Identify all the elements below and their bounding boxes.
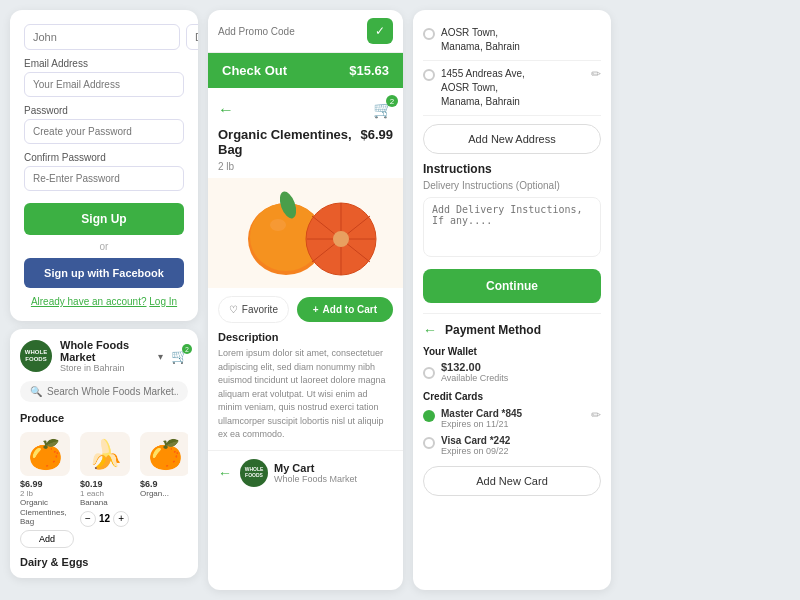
card-expire-1: Expires on 11/21 xyxy=(441,419,585,429)
product-name-3: Organ... xyxy=(140,489,188,499)
product-price-3: $6.9 xyxy=(140,479,188,489)
wallet-radio[interactable] xyxy=(423,367,435,379)
or-divider: or xyxy=(24,241,184,252)
facebook-signup-button[interactable]: Sign up with Facebook xyxy=(24,258,184,288)
add-to-cart-label: Add to Cart xyxy=(323,304,377,315)
qty-plus-button[interactable]: + xyxy=(113,511,129,527)
address-radio-2[interactable] xyxy=(423,69,435,81)
confirm-input[interactable] xyxy=(24,166,184,191)
qty-value: 12 xyxy=(99,513,110,524)
first-name-input[interactable] xyxy=(24,24,180,50)
favorite-label: Favorite xyxy=(242,304,278,315)
wallet-section: Your Wallet $132.00 Available Credits xyxy=(423,346,601,383)
address-text-1: AOSR Town,Manama, Bahrain xyxy=(441,26,601,54)
product-back-arrow[interactable]: ← xyxy=(218,101,234,119)
promo-check-icon[interactable]: ✓ xyxy=(367,18,393,44)
address-item-2: 1455 Andreas Ave,AOSR Town,Manama, Bahra… xyxy=(423,61,601,116)
product-price-main: $6.99 xyxy=(360,127,393,142)
store-chevron-icon: ▾ xyxy=(158,351,163,362)
product-card-2: 🍌 $0.19 1 each Banana − 12 + xyxy=(80,432,134,548)
wallet-label: Your Wallet xyxy=(423,346,601,357)
product-price-1: $6.99 xyxy=(20,479,74,489)
plus-icon: + xyxy=(313,304,319,315)
product-image-main xyxy=(208,178,403,288)
add-address-button[interactable]: Add New Address xyxy=(423,124,601,154)
product-image-3: 🍊 xyxy=(140,432,188,476)
description-title: Description xyxy=(218,331,393,343)
store-search-input[interactable] xyxy=(47,386,178,397)
add-card-button[interactable]: Add New Card xyxy=(423,466,601,496)
search-icon: 🔍 xyxy=(30,386,42,397)
store-name: Whole Foods Market xyxy=(60,339,150,363)
promo-input[interactable] xyxy=(218,26,361,37)
store-cart-badge: 2 xyxy=(182,344,192,354)
login-link[interactable]: Log In xyxy=(149,296,177,307)
store-cart-icon[interactable]: 🛒 2 xyxy=(171,348,188,364)
payment-section: ← Payment Method Your Wallet $132.00 Ava… xyxy=(423,313,601,496)
payment-title: Payment Method xyxy=(445,323,541,337)
wallet-row: $132.00 Available Credits xyxy=(423,361,601,383)
add-product-1-button[interactable]: Add xyxy=(20,530,74,548)
heart-icon: ♡ xyxy=(229,304,238,315)
password-input[interactable] xyxy=(24,119,184,144)
wallet-sub: Available Credits xyxy=(441,373,508,383)
orange-icon: 🍊 xyxy=(28,438,63,471)
card-name-2: Visa Card *242 xyxy=(441,435,601,446)
svg-point-10 xyxy=(333,231,349,247)
store-subtitle: Store in Bahrain xyxy=(60,363,150,373)
my-cart-back-arrow[interactable]: ← xyxy=(218,465,232,481)
qty-minus-button[interactable]: − xyxy=(80,511,96,527)
product-qty-1: 2 lb xyxy=(20,489,74,498)
card-expire-2: Expires on 09/22 xyxy=(441,446,601,456)
my-cart-store-logo: WHOLEFOODS xyxy=(240,459,268,487)
checkout-price: $15.63 xyxy=(349,63,389,78)
login-prompt: Already have an account? Log In xyxy=(24,296,184,307)
product-qty-2: 1 each xyxy=(80,489,134,498)
qty-control-2: − 12 + xyxy=(80,511,134,527)
produce-label: Produce xyxy=(20,412,188,424)
my-cart-store: WHOLEFOODS My Cart Whole Foods Market xyxy=(240,459,357,487)
store-logo: WHOLEFOODS xyxy=(20,340,52,372)
card-row-2: Visa Card *242 Expires on 09/22 xyxy=(423,435,601,456)
product-title-row: Organic Clementines, Bag $6.99 xyxy=(208,127,403,161)
wallet-amount: $132.00 xyxy=(441,361,508,373)
payment-back-arrow[interactable]: ← xyxy=(423,322,437,338)
address-edit-icon[interactable]: ✏ xyxy=(591,67,601,81)
description-section: Description Lorem ipsum dolor sit amet, … xyxy=(208,331,403,450)
email-input[interactable] xyxy=(24,72,184,97)
my-cart-store-name: Whole Foods Market xyxy=(274,474,357,484)
description-text: Lorem ipsum dolor sit amet, consectetuer… xyxy=(218,347,393,442)
instructions-sub: Delivery Instructions (Optional) xyxy=(423,180,601,191)
product-cart-icon[interactable]: 🛒 2 xyxy=(373,100,393,119)
product-image-1: 🍊 xyxy=(20,432,70,476)
delivery-panel: AOSR Town,Manama, Bahrain 1455 Andreas A… xyxy=(413,10,611,590)
action-row: ♡ Favorite + Add to Cart xyxy=(208,288,403,331)
orange2-icon: 🍊 xyxy=(148,438,183,471)
payment-header: ← Payment Method xyxy=(423,322,601,338)
card-edit-icon-1[interactable]: ✏ xyxy=(591,408,601,422)
checkout-bar[interactable]: Check Out $15.63 xyxy=(208,53,403,88)
product-name-2: Banana xyxy=(80,498,134,508)
product-cart-badge: 2 xyxy=(386,95,398,107)
continue-button[interactable]: Continue xyxy=(423,269,601,303)
product-name-1: Organic Clementines, Bag xyxy=(20,498,74,527)
card-radio-2[interactable] xyxy=(423,437,435,449)
product-grid: 🍊 $6.99 2 lb Organic Clementines, Bag Ad… xyxy=(20,432,188,548)
address-item-1: AOSR Town,Manama, Bahrain xyxy=(423,20,601,61)
product-weight: 2 lb xyxy=(208,161,403,178)
address-radio-1[interactable] xyxy=(423,28,435,40)
product-nav: ← 🛒 2 xyxy=(208,92,403,127)
instructions-title: Instructions xyxy=(423,162,601,176)
svg-point-2 xyxy=(270,219,286,231)
add-to-cart-button[interactable]: + Add to Cart xyxy=(297,297,393,322)
card-name-1: Master Card *845 xyxy=(441,408,585,419)
email-label: Email Address xyxy=(24,58,184,69)
signup-button[interactable]: Sign Up xyxy=(24,203,184,235)
instructions-textarea[interactable] xyxy=(423,197,601,257)
orange-illustration xyxy=(226,181,386,286)
product-card-1: 🍊 $6.99 2 lb Organic Clementines, Bag Ad… xyxy=(20,432,74,548)
favorite-button[interactable]: ♡ Favorite xyxy=(218,296,289,323)
last-name-input[interactable] xyxy=(186,24,198,50)
product-price-2: $0.19 xyxy=(80,479,134,489)
card-radio-1[interactable] xyxy=(423,410,435,422)
